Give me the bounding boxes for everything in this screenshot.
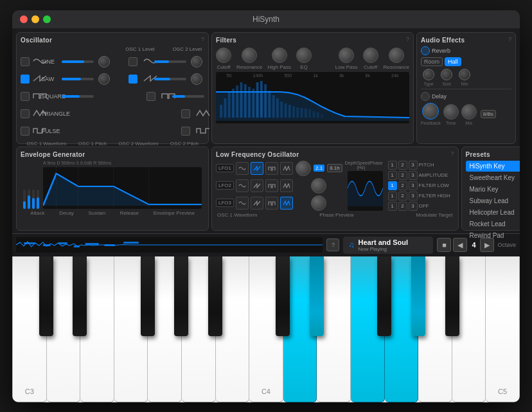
preset-sweetheart-key[interactable]: Sweetheart Key [466,172,520,183]
decay-slider[interactable] [28,190,30,209]
cutoff-knob[interactable] [216,48,231,63]
lfo-pitch-3[interactable]: 3 [409,161,418,170]
maximize-button[interactable] [43,15,51,23]
cutoff2-knob[interactable] [363,48,378,63]
lfo1-depth-knob[interactable] [296,161,311,176]
preset-rewind-pad[interactable]: Rewind Pad [466,230,520,241]
lowpass-knob[interactable] [339,48,354,63]
osc1-pulse-btn[interactable] [21,127,30,136]
lfo-filter-high-3[interactable]: 3 [409,192,418,201]
reverb-type-knob[interactable] [423,69,434,80]
lfo3-square-btn[interactable] [265,197,278,210]
stop-btn[interactable]: ■ [437,238,451,252]
osc1-level-knob[interactable] [98,56,110,67]
key-gs4[interactable] [411,256,425,337]
osc1-saw-slider[interactable] [62,78,94,80]
lfo3-depth-knob[interactable] [311,195,326,211]
osc2-square-slider[interactable] [172,95,204,98]
lfo1-triangle-btn[interactable] [280,162,293,175]
lfo2-sine-btn[interactable] [236,179,249,192]
eq-knob[interactable] [296,48,312,63]
osc1-square-btn[interactable] [21,92,30,101]
lfo-help[interactable]: ? [450,150,454,157]
key-fs4[interactable] [377,256,391,337]
lfo-pitch-2[interactable]: 2 [398,161,407,170]
lfo-filter-low-2[interactable]: 2 [398,181,407,190]
key-as3[interactable] [208,256,222,337]
osc2-saw-pitch-knob[interactable] [191,73,202,85]
preset-helicopter-lead[interactable]: Helicopter Lead [466,207,520,218]
lfo1-saw-btn[interactable] [251,162,263,175]
audio-effects-help[interactable]: ? [508,36,511,42]
osc1-saw-btn[interactable] [21,75,30,84]
key-cs3[interactable] [39,256,53,337]
attack-slider[interactable] [23,190,26,209]
lfo-filter-high-2[interactable]: 2 [398,192,407,201]
bits-label[interactable]: 8/Bs [481,110,496,118]
osc1-saw-pitch-knob[interactable] [98,73,110,85]
key-gs3[interactable] [174,256,188,337]
reverb-hall-option[interactable]: Hall [445,57,461,66]
osc2-sine-btn[interactable] [129,57,137,66]
delay-time-knob[interactable] [443,104,459,120]
filters-help[interactable]: ? [406,36,409,42]
reverb-size-knob[interactable] [441,69,452,80]
resonance2-knob[interactable] [389,48,404,63]
osc2-triangle-btn[interactable] [181,109,190,118]
lfo-off-1[interactable]: 1 [388,202,397,211]
lfo3-saw-btn[interactable] [251,197,263,210]
key-ds4[interactable] [310,256,324,337]
close-button[interactable] [20,15,28,23]
lfo2-square-btn[interactable] [265,179,278,192]
key-fs3[interactable] [141,256,155,337]
lfo1-sine-btn[interactable] [236,162,249,175]
lfo-filter-low-1[interactable]: 1 [388,181,397,190]
lfo-amp-3[interactable]: 3 [409,171,418,180]
lfo1-speed-display[interactable]: 2.1 [314,165,324,172]
preset-hisynth-key[interactable]: HiSynth Key [466,161,520,172]
lfo3-sine-btn[interactable] [236,197,249,210]
lfo-filter-high-1[interactable]: 1 [388,192,397,201]
key-c5[interactable]: C5 [486,256,520,402]
key-as4[interactable] [445,256,459,337]
osc2-level-knob[interactable] [191,56,202,67]
sustain-slider[interactable] [32,190,35,209]
osc2-pulse-btn[interactable] [181,127,190,136]
delay-mix-knob[interactable] [461,104,477,120]
key-ds3[interactable] [73,256,87,337]
highpass-knob[interactable] [272,48,287,63]
lfo2-triangle-btn[interactable] [280,179,293,192]
piano-roll-help[interactable]: ? [326,238,339,251]
osc2-saw-slider[interactable] [154,78,186,80]
lfo3-triangle-btn[interactable] [280,197,293,210]
osc1-triangle-btn[interactable] [21,109,30,118]
piano-roll-preview[interactable] [16,237,323,253]
minimize-button[interactable] [31,15,39,23]
lfo-pitch-1[interactable]: 1 [388,161,397,170]
oscillator-help[interactable]: ? [201,36,204,42]
lfo1-hz-display[interactable]: 8.1h [327,164,342,172]
delay-power-btn[interactable] [421,92,430,101]
lfo-off-3[interactable]: 3 [409,202,418,211]
release-slider[interactable] [37,190,39,209]
reverb-mix-knob[interactable] [459,69,470,80]
osc2-sine-slider[interactable] [154,60,186,63]
lfo-amp-1[interactable]: 1 [388,171,397,180]
osc1-square-slider[interactable] [62,95,94,98]
osc2-square-btn[interactable] [146,92,155,101]
reverb-room-option[interactable]: Room [421,57,443,66]
lfo-filter-low-3[interactable]: 3 [409,181,418,190]
preset-rocket-lead[interactable]: Rocket Lead [466,219,520,229]
osc1-sine-slider[interactable] [62,60,94,63]
key-cs4[interactable] [276,256,290,337]
lfo-off-2[interactable]: 2 [398,202,407,211]
lfo2-saw-btn[interactable] [251,179,263,192]
reverb-power-btn[interactable] [421,46,430,55]
lfo2-depth-knob[interactable] [311,178,326,193]
lfo-amp-2[interactable]: 2 [398,171,407,180]
resonance-knob[interactable] [242,48,257,63]
osc2-saw-btn[interactable] [129,75,137,84]
preset-subway-lead[interactable]: Subway Lead [466,195,520,206]
preset-mario-key[interactable]: Mario Key [466,184,520,195]
osc1-sine-btn[interactable] [21,57,30,66]
